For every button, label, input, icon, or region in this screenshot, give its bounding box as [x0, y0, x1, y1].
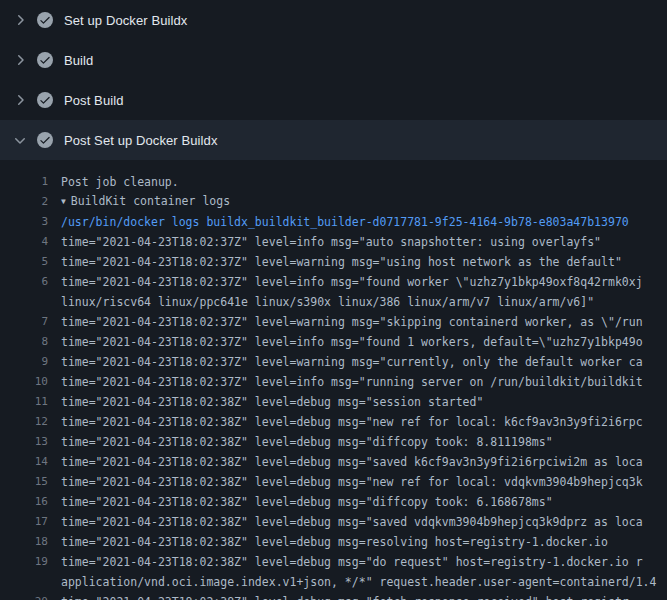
log-line: 2 ▼BuildKit container logs — [0, 192, 667, 212]
log-line: 14 time="2021-04-23T18:02:38Z" level=deb… — [0, 452, 667, 472]
log-line-number[interactable]: 1 — [0, 172, 48, 192]
log-line-text: time="2021-04-23T18:02:38Z" level=debug … — [48, 492, 667, 512]
log-line-text: time="2021-04-23T18:02:38Z" level=debug … — [48, 392, 667, 412]
log-line: 18 time="2021-04-23T18:02:38Z" level=deb… — [0, 532, 667, 552]
chevron-down-icon — [12, 132, 28, 148]
log-line-number[interactable]: 17 — [0, 512, 48, 532]
log-line-number[interactable]: 16 — [0, 492, 48, 512]
log-viewer: 1 Post job cleanup. 2 ▼BuildKit containe… — [0, 160, 667, 600]
log-line-text: time="2021-04-23T18:02:37Z" level=warnin… — [48, 312, 667, 332]
log-line-number[interactable]: 12 — [0, 412, 48, 432]
log-line: 11 time="2021-04-23T18:02:38Z" level=deb… — [0, 392, 667, 412]
log-line-text: Post job cleanup. — [48, 172, 667, 192]
log-line-number[interactable]: 2 — [0, 192, 48, 212]
log-line-number[interactable]: 7 — [0, 312, 48, 332]
log-line: 19 time="2021-04-23T18:02:38Z" level=deb… — [0, 552, 667, 572]
log-line: 16 time="2021-04-23T18:02:38Z" level=deb… — [0, 492, 667, 512]
log-line-text: time="2021-04-23T18:02:38Z" level=debug … — [48, 452, 667, 472]
check-circle-icon — [37, 12, 53, 28]
check-circle-icon — [37, 92, 53, 108]
step-label: Post Build — [64, 93, 124, 108]
log-lines: 1 Post job cleanup. 2 ▼BuildKit containe… — [0, 172, 667, 600]
log-line-number[interactable]: 4 — [0, 232, 48, 252]
log-line-number[interactable]: 5 — [0, 252, 48, 272]
chevron-right-icon — [12, 52, 28, 68]
log-line: 6 time="2021-04-23T18:02:37Z" level=info… — [0, 272, 667, 292]
log-line: 13 time="2021-04-23T18:02:38Z" level=deb… — [0, 432, 667, 452]
log-line: 7 time="2021-04-23T18:02:37Z" level=warn… — [0, 312, 667, 332]
log-line-number[interactable]: 9 — [0, 352, 48, 372]
log-line: application/vnd.oci.image.index.v1+json,… — [0, 572, 667, 592]
log-line: 20 time="2021-04-23T18:02:38Z" level=deb… — [0, 592, 667, 600]
log-line-text: ▼BuildKit container logs — [48, 191, 667, 213]
log-line-text: time="2021-04-23T18:02:37Z" level=warnin… — [48, 352, 667, 372]
step-row-setup-docker-buildx[interactable]: Set up Docker Buildx — [0, 0, 667, 40]
log-line-number[interactable]: 19 — [0, 552, 48, 572]
log-line: 5 time="2021-04-23T18:02:37Z" level=warn… — [0, 252, 667, 272]
log-line-text: time="2021-04-23T18:02:38Z" level=debug … — [48, 472, 667, 492]
log-line-number[interactable]: 10 — [0, 372, 48, 392]
log-line: 1 Post job cleanup. — [0, 172, 667, 192]
log-line-text: time="2021-04-23T18:02:38Z" level=debug … — [48, 592, 667, 600]
chevron-right-icon — [12, 92, 28, 108]
log-line-text: time="2021-04-23T18:02:38Z" level=debug … — [48, 412, 667, 432]
log-line-text: time="2021-04-23T18:02:38Z" level=debug … — [48, 532, 667, 552]
log-line-number[interactable]: 11 — [0, 392, 48, 412]
step-label: Post Set up Docker Buildx — [64, 133, 218, 148]
log-line-text: time="2021-04-23T18:02:37Z" level=info m… — [48, 372, 667, 392]
log-line-text: time="2021-04-23T18:02:37Z" level=info m… — [48, 232, 667, 252]
step-row-post-build[interactable]: Post Build — [0, 80, 667, 120]
log-line-number[interactable]: 3 — [0, 212, 48, 232]
steps-list: Set up Docker Buildx Build Post Build Po… — [0, 0, 667, 160]
step-row-build[interactable]: Build — [0, 40, 667, 80]
step-label: Set up Docker Buildx — [64, 13, 187, 28]
step-label: Build — [64, 53, 93, 68]
group-toggle-icon[interactable]: ▼ — [61, 192, 66, 212]
log-line: 9 time="2021-04-23T18:02:37Z" level=warn… — [0, 352, 667, 372]
log-line: 8 time="2021-04-23T18:02:37Z" level=info… — [0, 332, 667, 352]
log-line-text: time="2021-04-23T18:02:37Z" level=warnin… — [48, 252, 667, 272]
log-line-text: /usr/bin/docker logs buildx_buildkit_bui… — [48, 212, 667, 232]
check-circle-icon — [37, 132, 53, 148]
log-line: 17 time="2021-04-23T18:02:38Z" level=deb… — [0, 512, 667, 532]
log-line: 3 /usr/bin/docker logs buildx_buildkit_b… — [0, 212, 667, 232]
chevron-right-icon — [12, 12, 28, 28]
log-line-text: linux/riscv64 linux/ppc641e linux/s390x … — [48, 292, 667, 312]
log-line: 15 time="2021-04-23T18:02:38Z" level=deb… — [0, 472, 667, 492]
log-line-text: time="2021-04-23T18:02:38Z" level=debug … — [48, 552, 667, 572]
log-line-number[interactable]: 13 — [0, 432, 48, 452]
log-line: 10 time="2021-04-23T18:02:37Z" level=inf… — [0, 372, 667, 392]
step-row-post-setup-docker-buildx[interactable]: Post Set up Docker Buildx — [0, 120, 667, 160]
log-line-text: time="2021-04-23T18:02:37Z" level=info m… — [48, 332, 667, 352]
log-line-text: time="2021-04-23T18:02:37Z" level=info m… — [48, 272, 667, 292]
log-line-number[interactable]: 6 — [0, 272, 48, 292]
log-line: linux/riscv64 linux/ppc641e linux/s390x … — [0, 292, 667, 312]
log-line-number[interactable]: 20 — [0, 592, 48, 600]
log-line-text: application/vnd.oci.image.index.v1+json,… — [48, 572, 667, 592]
log-line-number[interactable]: 15 — [0, 472, 48, 492]
log-line-number[interactable]: 8 — [0, 332, 48, 352]
log-line: 4 time="2021-04-23T18:02:37Z" level=info… — [0, 232, 667, 252]
log-line-text: time="2021-04-23T18:02:38Z" level=debug … — [48, 512, 667, 532]
log-line-number[interactable]: 14 — [0, 452, 48, 472]
check-circle-icon — [37, 52, 53, 68]
log-line-text: time="2021-04-23T18:02:38Z" level=debug … — [48, 432, 667, 452]
log-line: 12 time="2021-04-23T18:02:38Z" level=deb… — [0, 412, 667, 432]
log-line-number[interactable]: 18 — [0, 532, 48, 552]
